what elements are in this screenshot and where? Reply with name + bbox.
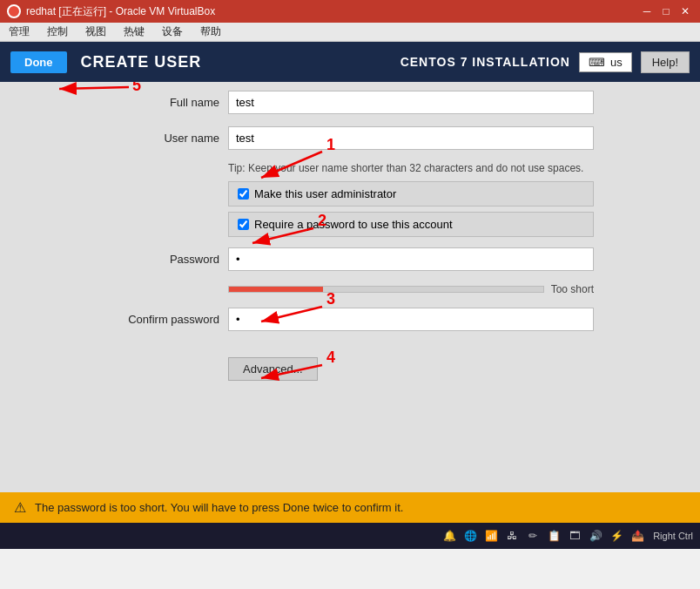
fullname-row: Full name — [106, 91, 594, 114]
taskbar-icon-10[interactable]: 📤 — [629, 527, 646, 545]
menubar: 管理 控制 视图 热键 设备 帮助 — [0, 23, 700, 42]
menu-item-hotkey[interactable]: 热键 — [118, 24, 150, 40]
fullname-label: Full name — [106, 96, 219, 109]
installation-title: CENTOS 7 INSTALLATION — [400, 55, 570, 69]
warning-bar: ⚠ The password is too short. You will ha… — [0, 492, 700, 523]
form-container: Full name User name Tip: Keep your user … — [89, 82, 611, 389]
taskbar-icon-5[interactable]: ✏ — [524, 527, 542, 545]
admin-checkbox[interactable] — [238, 188, 249, 200]
window-title-left: redhat [正在运行] - Oracle VM VirtualBox — [7, 4, 215, 19]
menu-item-view[interactable]: 视图 — [80, 24, 111, 40]
admin-checkbox-row[interactable]: Make this user administrator — [228, 181, 594, 206]
warning-icon: ⚠ — [14, 499, 26, 516]
strength-label: Too short — [551, 283, 594, 295]
page-title: CREATE USER — [81, 53, 202, 71]
admin-checkbox-label: Make this user administrator — [254, 187, 396, 200]
maximize-button[interactable]: □ — [658, 3, 674, 19]
close-button[interactable]: ✕ — [677, 3, 693, 19]
taskbar-icon-3[interactable]: 📶 — [482, 527, 500, 545]
taskbar-icon-2[interactable]: 🌐 — [461, 527, 479, 545]
window-title: redhat [正在运行] - Oracle VM VirtualBox — [26, 4, 215, 19]
main-content: 1 2 3 4 5 Full name User name — [0, 82, 700, 549]
window-icon — [7, 4, 21, 18]
menu-item-control[interactable]: 控制 — [42, 24, 73, 40]
window-controls: ─ □ ✕ — [639, 3, 693, 19]
taskbar-icon-6[interactable]: 📋 — [545, 527, 562, 545]
username-label: User name — [106, 132, 219, 145]
advanced-row: Advanced... — [106, 343, 594, 381]
minimize-button[interactable]: ─ — [639, 3, 655, 19]
right-ctrl-label: Right Ctrl — [653, 531, 693, 541]
keyboard-layout-value: us — [610, 56, 623, 69]
fullname-input[interactable] — [228, 91, 594, 114]
username-row: User name — [106, 126, 594, 150]
advanced-button[interactable]: Advanced... — [228, 357, 318, 381]
content-area: Done CREATE USER CENTOS 7 INSTALLATION ⌨… — [0, 42, 700, 549]
menu-item-devices[interactable]: 设备 — [157, 24, 188, 40]
password-strength-row: Too short — [228, 283, 594, 295]
password-input[interactable] — [228, 247, 594, 271]
confirm-password-label: Confirm password — [106, 313, 219, 326]
tip-text: Tip: Keep your user name shorter than 32… — [228, 162, 594, 174]
taskbar: 🔔 🌐 📶 🖧 ✏ 📋 🗔 🔊 ⚡ 📤 Right Ctrl — [0, 523, 700, 549]
keyboard-icon: ⌨ — [589, 56, 605, 69]
strength-bar — [228, 286, 544, 293]
password-required-checkbox[interactable] — [238, 219, 249, 230]
taskbar-icon-8[interactable]: 🔊 — [587, 527, 604, 545]
help-button[interactable]: Help! — [641, 51, 690, 73]
password-row: Password — [106, 247, 594, 271]
password-required-label: Require a password to use this account — [254, 218, 453, 231]
header-left: Done CREATE USER — [10, 51, 201, 73]
warning-text: The password is too short. You will have… — [35, 501, 403, 514]
menu-item-help[interactable]: 帮助 — [195, 24, 226, 40]
app-header: Done CREATE USER CENTOS 7 INSTALLATION ⌨… — [0, 42, 700, 82]
confirm-password-row: Confirm password — [106, 308, 594, 331]
done-button[interactable]: Done — [10, 51, 67, 73]
keyboard-layout[interactable]: ⌨ us — [579, 52, 632, 72]
taskbar-icon-9[interactable]: ⚡ — [608, 527, 625, 545]
taskbar-icon-1[interactable]: 🔔 — [441, 527, 458, 545]
window-titlebar: redhat [正在运行] - Oracle VM VirtualBox ─ □… — [0, 0, 700, 23]
confirm-password-input[interactable] — [228, 308, 594, 331]
username-input[interactable] — [228, 126, 594, 150]
password-checkbox-row[interactable]: Require a password to use this account — [228, 212, 594, 237]
header-right: CENTOS 7 INSTALLATION ⌨ us Help! — [400, 51, 690, 73]
password-label: Password — [106, 253, 219, 266]
menu-item-manage[interactable]: 管理 — [3, 24, 35, 40]
taskbar-icon-7[interactable]: 🗔 — [566, 527, 583, 545]
taskbar-icon-4[interactable]: 🖧 — [503, 527, 521, 545]
